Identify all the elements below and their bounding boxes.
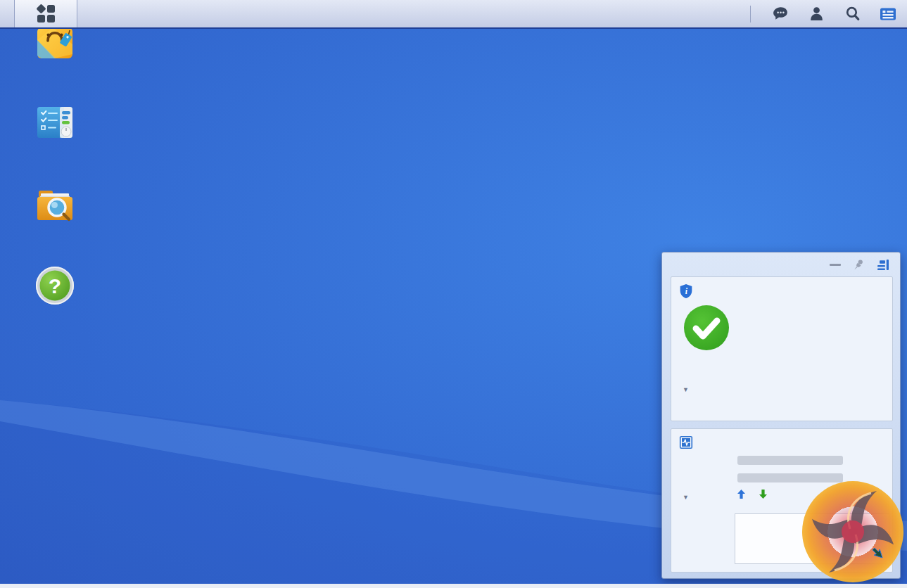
lan-traffic-row: ▼ bbox=[679, 490, 884, 501]
upload-arrow-icon bbox=[737, 490, 745, 499]
minimize-panel-button[interactable] bbox=[830, 264, 841, 266]
screen-bottom-strip bbox=[0, 584, 907, 588]
lan-traffic-chart bbox=[735, 513, 889, 564]
cpu-progress-bar bbox=[737, 456, 843, 465]
download-arrow-icon bbox=[759, 490, 767, 499]
server-name-row bbox=[679, 363, 884, 374]
resource-monitor-icon bbox=[679, 435, 693, 449]
pin-panel-icon[interactable] bbox=[853, 259, 865, 271]
main-menu-button[interactable] bbox=[14, 0, 77, 27]
uptime-row bbox=[679, 402, 884, 414]
ram-progress-bar bbox=[737, 473, 843, 482]
dsm-help-icon: ? bbox=[33, 264, 77, 307]
lan-upload bbox=[737, 490, 748, 499]
system-health-icon: i bbox=[679, 283, 693, 299]
shortcut-control-panel[interactable] bbox=[14, 101, 96, 148]
control-panel-icon bbox=[33, 101, 77, 144]
lan-dropdown[interactable]: ▼ bbox=[679, 492, 689, 502]
taskbar-separator bbox=[750, 6, 751, 23]
lan-dropdown[interactable]: ▼ bbox=[679, 385, 689, 395]
widgets-icon[interactable] bbox=[879, 5, 897, 23]
lan-download bbox=[759, 490, 770, 499]
widget-panel-toolbar bbox=[662, 253, 900, 276]
ram-usage-row bbox=[679, 473, 884, 484]
search-icon[interactable] bbox=[843, 5, 861, 23]
widget-panel: i bbox=[661, 252, 901, 579]
chevron-down-icon: ▼ bbox=[683, 494, 689, 501]
status-good-icon bbox=[683, 305, 730, 354]
notifications-icon[interactable] bbox=[771, 5, 789, 23]
dsm-desktop: { "topbar": { "main_menu": "Main Menu", … bbox=[0, 0, 907, 588]
file-station-icon bbox=[33, 182, 77, 226]
cpu-usage-row bbox=[679, 455, 884, 466]
shortcut-dsm-help[interactable]: ? bbox=[14, 264, 96, 311]
system-taskbar bbox=[0, 0, 907, 29]
shortcut-file-station[interactable] bbox=[14, 182, 96, 229]
system-health-widget: i bbox=[671, 276, 893, 421]
lan-address-row: ▼ bbox=[679, 383, 884, 394]
resource-monitor-widget: ▼ bbox=[671, 428, 893, 573]
user-options-icon[interactable] bbox=[807, 5, 825, 23]
chevron-down-icon: ▼ bbox=[683, 386, 689, 393]
svg-text:?: ? bbox=[49, 274, 61, 298]
main-menu-icon bbox=[37, 5, 55, 23]
dock-right-icon[interactable] bbox=[877, 259, 890, 271]
